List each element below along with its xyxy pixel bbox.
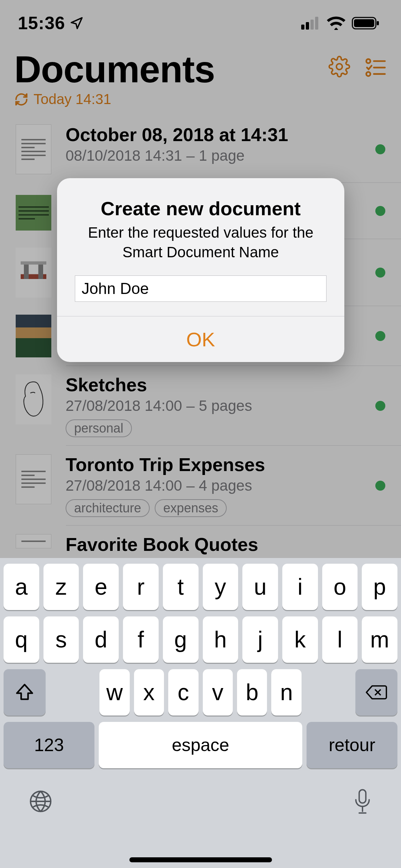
key-q[interactable]: q bbox=[4, 616, 39, 663]
keyboard-row: 123 espace retour bbox=[4, 722, 397, 768]
key-j[interactable]: j bbox=[242, 616, 278, 663]
key-i[interactable]: i bbox=[282, 564, 318, 610]
key-z[interactable]: z bbox=[43, 564, 79, 610]
keyboard-row: a z e r t y u i o p bbox=[4, 564, 397, 610]
dialog-title: Create new document bbox=[75, 197, 327, 219]
key-l[interactable]: l bbox=[322, 616, 358, 663]
keyboard-bottom-row bbox=[4, 775, 397, 828]
key-u[interactable]: u bbox=[242, 564, 278, 610]
microphone-icon bbox=[353, 788, 372, 815]
svg-rect-15 bbox=[359, 790, 366, 803]
key-k[interactable]: k bbox=[282, 616, 318, 663]
shift-icon bbox=[14, 682, 35, 703]
keyboard: a z e r t y u i o p q s d f g h j k l m bbox=[0, 558, 401, 868]
keyboard-row: w x c v b n bbox=[4, 669, 397, 715]
key-y[interactable]: y bbox=[203, 564, 238, 610]
dictation-button[interactable] bbox=[353, 788, 372, 815]
key-e[interactable]: e bbox=[83, 564, 119, 610]
globe-icon bbox=[29, 789, 53, 813]
key-m[interactable]: m bbox=[362, 616, 397, 663]
home-indicator[interactable] bbox=[129, 857, 272, 862]
key-numbers[interactable]: 123 bbox=[4, 722, 94, 768]
key-a[interactable]: a bbox=[4, 564, 39, 610]
key-r[interactable]: r bbox=[123, 564, 159, 610]
ok-button[interactable]: OK bbox=[57, 316, 344, 362]
keyboard-row: q s d f g h j k l m bbox=[4, 616, 397, 663]
key-x[interactable]: x bbox=[134, 669, 164, 715]
globe-button[interactable] bbox=[29, 789, 53, 813]
screen: 15:36 bbox=[0, 0, 401, 868]
key-s[interactable]: s bbox=[43, 616, 79, 663]
create-document-dialog: Create new document Enter the requested … bbox=[57, 178, 344, 362]
key-t[interactable]: t bbox=[163, 564, 199, 610]
key-p[interactable]: p bbox=[362, 564, 397, 610]
key-d[interactable]: d bbox=[83, 616, 119, 663]
key-g[interactable]: g bbox=[163, 616, 199, 663]
key-shift[interactable] bbox=[4, 669, 46, 715]
key-f[interactable]: f bbox=[123, 616, 159, 663]
key-space[interactable]: espace bbox=[99, 722, 302, 768]
backspace-icon bbox=[365, 683, 388, 701]
key-o[interactable]: o bbox=[322, 564, 358, 610]
key-v[interactable]: v bbox=[203, 669, 233, 715]
document-name-input[interactable] bbox=[75, 275, 327, 302]
key-w[interactable]: w bbox=[99, 669, 129, 715]
key-b[interactable]: b bbox=[237, 669, 267, 715]
dialog-message: Enter the requested values for the Smart… bbox=[75, 223, 327, 262]
key-backspace[interactable] bbox=[355, 669, 397, 715]
key-h[interactable]: h bbox=[203, 616, 238, 663]
key-return[interactable]: retour bbox=[307, 722, 397, 768]
key-c[interactable]: c bbox=[168, 669, 198, 715]
key-n[interactable]: n bbox=[271, 669, 301, 715]
